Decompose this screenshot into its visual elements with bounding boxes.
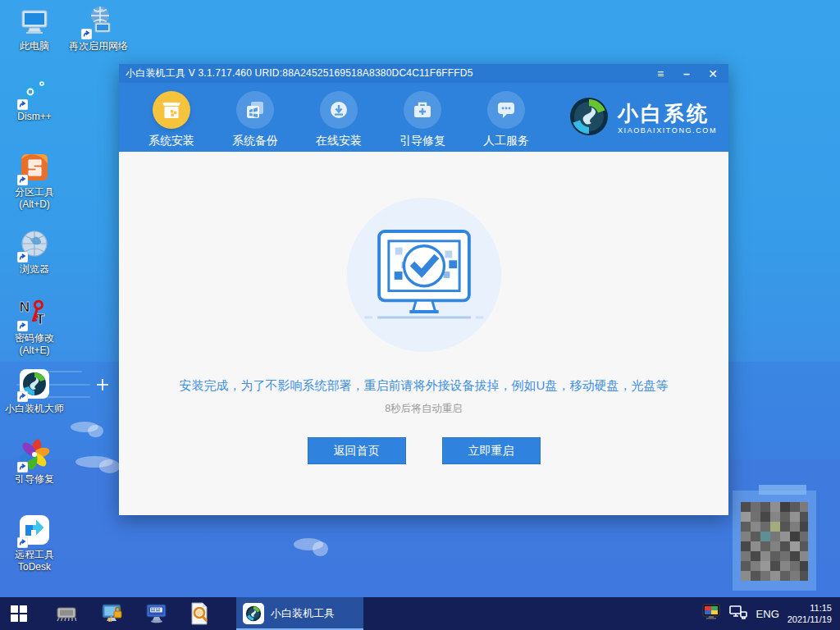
cloud-decoration <box>294 538 323 550</box>
tab-label: 系统安装 <box>148 134 194 148</box>
shortcut-arrow-icon <box>17 98 28 109</box>
clock[interactable]: 11:15 2021/11/19 <box>788 602 832 625</box>
app-window: 小白装机工具 V 3.1.717.460 URID:88A24525169518… <box>119 64 728 515</box>
search-document-icon[interactable] <box>180 597 218 630</box>
tab-system-install[interactable]: 系统安装 <box>134 91 209 148</box>
memory-chip-icon[interactable] <box>48 597 85 630</box>
success-monitor-illustration <box>344 194 504 358</box>
todesk-icon <box>18 514 51 546</box>
sparkle-decoration <box>97 379 108 390</box>
window-navbar: 系统安装 系统备份 <box>119 83 728 152</box>
start-button[interactable] <box>0 597 38 630</box>
brand-name: 小白系统 <box>618 103 717 124</box>
tab-label: 引导修复 <box>399 134 445 148</box>
xiaobai-logo-icon <box>18 368 51 400</box>
taskbar: d <box>0 597 840 630</box>
shortcut-arrow-icon <box>17 536 28 547</box>
taskbar-app-xiaobai[interactable]: 小白装机工具 <box>236 597 363 630</box>
shortcut-arrow-icon <box>17 174 28 185</box>
shortcut-arrow-icon <box>17 320 28 331</box>
tab-customer-service[interactable]: 人工服务 <box>468 91 544 148</box>
tab-online-install[interactable]: 在线安装 <box>301 91 377 148</box>
window-title: 小白装机工具 V 3.1.717.460 URID:88A24525169518… <box>126 66 473 80</box>
desktop-icon-xiaobai-master[interactable]: 小白装机大师 <box>0 368 69 415</box>
desktop-icon-label: 浏览器 <box>20 263 49 276</box>
desktop-icon-partition-tool[interactable]: 分区工具 (Alt+D) <box>0 151 69 211</box>
minimize-icon[interactable]: – <box>678 66 696 82</box>
svg-text:N: N <box>20 299 30 315</box>
restart-now-button[interactable]: 立即重启 <box>442 437 541 464</box>
restart-countdown: 8秒后将自动重启 <box>385 402 462 416</box>
shortcut-arrow-icon <box>17 390 28 401</box>
install-box-icon <box>153 91 190 129</box>
toolbox-icon <box>404 91 441 129</box>
desktop-icon-label: 小白装机大师 <box>5 403 64 415</box>
shortcut-arrow-icon <box>17 251 28 262</box>
completion-message: 安装完成，为了不影响系统部署，重启前请将外接设备拔掉，例如U盘，移动硬盘，光盘等 <box>180 378 669 394</box>
network-tray-icon[interactable] <box>728 604 748 623</box>
brand-logo: 小白系统 XIAOBAIXITONG.COM <box>568 91 717 140</box>
chat-bubble-icon <box>487 91 525 129</box>
partition-tool-icon <box>18 151 51 184</box>
network-globe-icon <box>82 5 115 38</box>
svg-text:T: T <box>36 311 45 327</box>
qr-code-blurred <box>741 502 808 584</box>
window-content: 安装完成，为了不影响系统部署，重启前请将外接设备拔掉，例如U盘，移动硬盘，光盘等… <box>119 152 728 515</box>
desktop-icon-enable-network[interactable]: 再次启用网络 <box>59 5 138 52</box>
tab-boot-repair[interactable]: 引导修复 <box>385 91 460 148</box>
close-icon[interactable]: ✕ <box>704 66 722 82</box>
pinwheel-icon <box>18 438 51 471</box>
xiaobai-logo-icon <box>243 603 264 624</box>
nt-password-key-icon: N T <box>18 297 51 330</box>
desktop-icon-label: 远程工具 ToDesk <box>15 549 54 573</box>
menu-icon[interactable]: ≡ <box>651 66 669 82</box>
download-icon <box>320 91 358 129</box>
desktop-icon-label: Dism++ <box>17 111 51 123</box>
desktop-icon-password-reset[interactable]: N T 密码修改 (Alt+E) <box>0 297 69 357</box>
cloud-decoration <box>71 422 98 432</box>
desktop-icon-label: 密码修改 (Alt+E) <box>15 332 54 357</box>
display-color-icon[interactable] <box>702 604 720 623</box>
desktop-icon-label: 分区工具 (Alt+D) <box>15 186 54 211</box>
monitor-lock-icon[interactable]: d <box>94 597 131 630</box>
desktop: 此电脑 再次启用网络 <box>0 0 840 630</box>
clock-date: 2021/11/19 <box>788 614 832 625</box>
desktop-icon-label: 再次启用网络 <box>69 40 128 52</box>
backup-copies-icon <box>236 91 274 129</box>
shortcut-arrow-icon <box>81 28 92 39</box>
desktop-icon-browser[interactable]: 浏览器 <box>0 228 69 276</box>
globe-icon <box>18 228 51 261</box>
back-home-button[interactable]: 返回首页 <box>308 437 406 464</box>
taskbar-app-label: 小白装机工具 <box>271 606 335 621</box>
tab-label: 人工服务 <box>483 134 529 148</box>
tab-label: 在线安装 <box>316 134 362 148</box>
gears-icon <box>18 75 51 108</box>
xiaobai-logo-icon <box>568 96 609 140</box>
desktop-icon-label: 此电脑 <box>20 40 49 52</box>
brand-site: XIAOBAIXITONG.COM <box>618 126 717 135</box>
tab-label: 系统备份 <box>232 134 278 148</box>
svg-text:d: d <box>107 615 112 623</box>
tab-system-backup[interactable]: 系统备份 <box>217 91 293 148</box>
desktop-icon-remote-todesk[interactable]: 远程工具 ToDesk <box>0 514 69 573</box>
keyboard-monitor-icon[interactable] <box>138 597 176 630</box>
desktop-icon-label: 引导修复 <box>15 473 54 486</box>
cloud-decoration <box>75 456 113 468</box>
computer-icon <box>18 5 51 38</box>
desktop-icon-dism[interactable]: Dism++ <box>0 75 69 123</box>
clock-time: 11:15 <box>788 602 832 614</box>
desktop-icon-boot-repair[interactable]: 引导修复 <box>0 438 69 486</box>
language-indicator[interactable]: ENG <box>756 608 779 620</box>
shortcut-arrow-icon <box>17 461 28 472</box>
window-titlebar[interactable]: 小白装机工具 V 3.1.717.460 URID:88A24525169518… <box>119 64 728 83</box>
